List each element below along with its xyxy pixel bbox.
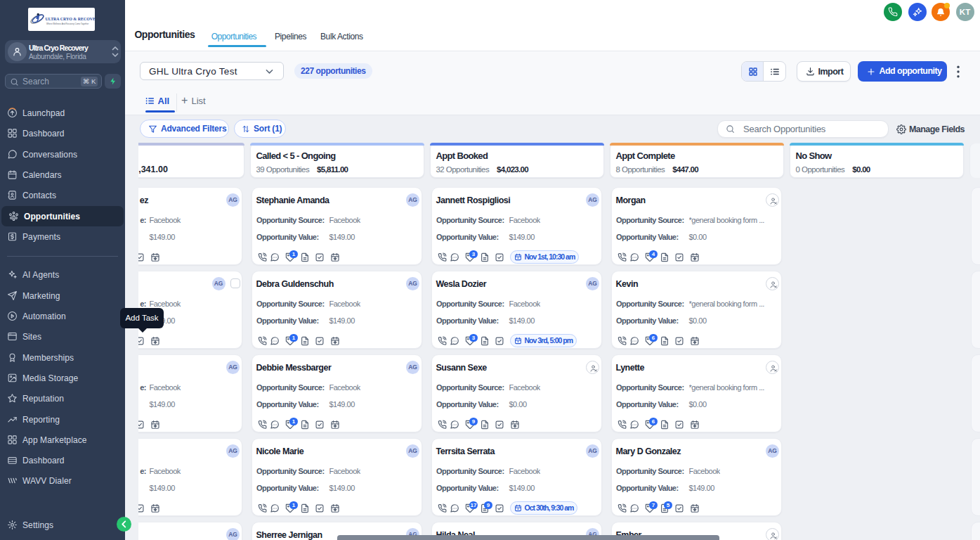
- svg-text:ULTRA CRYO & RECOVERY: ULTRA CRYO & RECOVERY: [46, 17, 96, 21]
- svg-text:Where Wellness And Recovery Co: Where Wellness And Recovery Come Togethe…: [46, 22, 89, 25]
